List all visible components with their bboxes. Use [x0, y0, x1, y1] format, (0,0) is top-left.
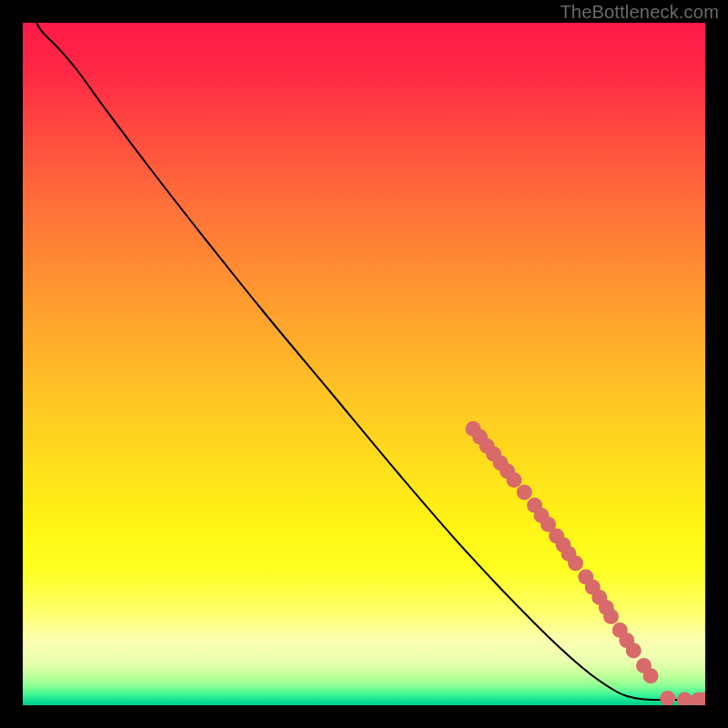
- data-marker: [626, 643, 642, 659]
- data-markers: [466, 421, 706, 705]
- data-marker: [507, 472, 522, 488]
- plot-area: [23, 23, 705, 705]
- watermark-text: TheBottleneck.com: [560, 2, 719, 23]
- markers-layer: [23, 23, 705, 705]
- data-marker: [568, 556, 583, 571]
- data-marker: [643, 668, 659, 683]
- chart-stage: TheBottleneck.com: [0, 0, 728, 728]
- data-marker: [677, 693, 693, 706]
- data-marker: [517, 485, 532, 500]
- data-marker: [603, 609, 619, 624]
- data-marker: [660, 691, 675, 705]
